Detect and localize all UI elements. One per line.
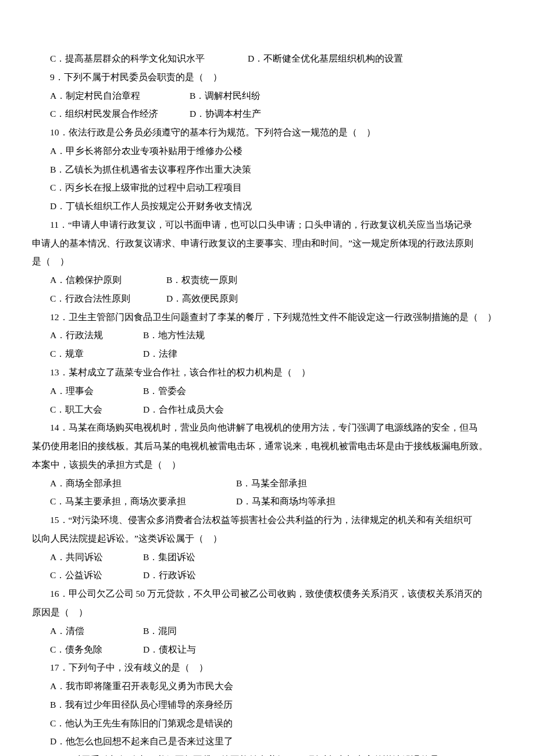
q15-option-c: C．公益诉讼 xyxy=(50,566,143,585)
q10-option-b: B．乙镇长为抓住机遇省去议事程序作出重大决策 xyxy=(32,160,503,179)
q8-option-c: C．提高基层群众的科学文化知识水平 xyxy=(50,49,248,68)
q16-stem-l1: 16．甲公司欠乙公司 50 万元贷款，不久甲公司被乙公司收购，致使债权债务关系消… xyxy=(32,585,503,603)
q15-row-ab: A．共同诉讼 B．集团诉讼 xyxy=(32,548,503,567)
q11-stem-l1: 11．“申请人申请行政复议，可以书面申请，也可以口头申请；口头申请的，行政复议机… xyxy=(32,216,503,234)
q16-option-a: A．清偿 xyxy=(50,622,143,640)
q15-stem-l1: 15．“对污染环境、侵害众多消费者合法权益等损害社会公共利益的行为，法律规定的机… xyxy=(32,511,503,529)
q17-stem: 17．下列句子中，没有歧义的是（ ） xyxy=(32,658,503,677)
q16-stem-l2: 原因是（ ） xyxy=(32,603,503,622)
q11-row-ab: A．信赖保护原则 B．权责统一原则 xyxy=(32,271,503,289)
q17-option-a: A．我市即将隆重召开表彰见义勇为市民大会 xyxy=(32,677,503,696)
q9-option-d: D．协调本村生产 xyxy=(190,105,261,123)
q15-row-cd: C．公益诉讼 D．行政诉讼 xyxy=(32,566,503,585)
q13-row-ab: A．理事会 B．管委会 xyxy=(32,382,503,400)
q14-option-b: B．马某全部承担 xyxy=(236,474,307,493)
q12-option-c: C．规章 xyxy=(50,345,143,363)
q8-option-d: D．不断健全优化基层组织机构的设置 xyxy=(248,49,403,68)
q13-option-b: B．管委会 xyxy=(143,382,186,400)
q10-stem: 10．依法行政是公务员必须遵守的基本行为规范。下列符合这一规范的是（ ） xyxy=(32,123,503,142)
q18-stem: 18．“对于受贿与行贿者，必须严惩不贷，绝不能姑息养奸。”下列对句中加点字的说法… xyxy=(32,751,503,756)
q13-option-d: D．合作社成员大会 xyxy=(143,400,224,419)
q13-option-a: A．理事会 xyxy=(50,382,143,400)
q17-option-b: B．我有过少年田径队员心理辅导的亲身经历 xyxy=(32,696,503,714)
q16-row-ab: A．清偿 B．混同 xyxy=(32,622,503,640)
q17-option-c: C．他认为王先生有陈旧的门第观念是错误的 xyxy=(32,714,503,733)
q11-stem-l3: 是（ ） xyxy=(32,252,503,271)
q17-option-d: D．他怎么也回想不起来自己是否来过这里了 xyxy=(32,732,503,751)
q14-option-a: A．商场全部承担 xyxy=(50,474,236,493)
q15-option-d: D．行政诉讼 xyxy=(143,566,196,585)
q14-stem-l2: 某仍使用老旧的接线板。其后马某的电视机被雷电击坏，通常说来，电视机被雷电击坏是由… xyxy=(32,437,503,456)
q14-option-d: D．马某和商场均等承担 xyxy=(236,492,336,511)
q13-row-cd: C．职工大会 D．合作社成员大会 xyxy=(32,400,503,419)
q14-row-ab: A．商场全部承担 B．马某全部承担 xyxy=(32,474,503,493)
q11-option-c: C．行政合法性原则 xyxy=(50,289,166,308)
q12-option-d: D．法律 xyxy=(143,345,177,363)
q16-row-cd: C．债务免除 D．债权让与 xyxy=(32,640,503,659)
q15-option-a: A．共同诉讼 xyxy=(50,548,143,567)
q12-row-ab: A．行政法规 B．地方性法规 xyxy=(32,326,503,345)
q13-option-c: C．职工大会 xyxy=(50,400,143,419)
q9-option-a: A．制定村民自治章程 xyxy=(50,87,190,105)
q9-row-cd: C．组织村民发展合作经济 D．协调本村生产 xyxy=(32,105,503,123)
q11-option-b: B．权责统一原则 xyxy=(166,271,237,289)
q11-option-d: D．高效便民原则 xyxy=(166,289,238,308)
q10-option-a: A．甲乡长将部分农业专项补贴用于维修办公楼 xyxy=(32,142,503,160)
q10-option-d: D．丁镇长组织工作人员按规定公开财务收支情况 xyxy=(32,197,503,216)
q14-stem-l1: 14．马某在商场购买电视机时，营业员向他讲解了电视机的使用方法，专门强调了电源线… xyxy=(32,418,503,437)
q14-stem-l3: 本案中，该损失的承担方式是（ ） xyxy=(32,456,503,474)
q13-stem: 13．某村成立了蔬菜专业合作社，该合作社的权力机构是（ ） xyxy=(32,363,503,382)
q15-stem-l2: 以向人民法院提起诉讼。”这类诉讼属于（ ） xyxy=(32,529,503,548)
q12-row-cd: C．规章 D．法律 xyxy=(32,345,503,363)
q9-option-c: C．组织村民发展合作经济 xyxy=(50,105,190,123)
q11-option-a: A．信赖保护原则 xyxy=(50,271,166,289)
q12-stem: 12．卫生主管部门因食品卫生问题查封了李某的餐厅，下列规范性文件不能设定这一行政… xyxy=(32,308,503,327)
q8-options-cd: C．提高基层群众的科学文化知识水平 D．不断健全优化基层组织机构的设置 xyxy=(32,49,503,68)
q9-row-ab: A．制定村民自治章程 B．调解村民纠纷 xyxy=(32,87,503,105)
q9-option-b: B．调解村民纠纷 xyxy=(190,87,261,105)
q14-row-cd: C．马某主要承担，商场次要承担 D．马某和商场均等承担 xyxy=(32,492,503,511)
q16-option-c: C．债务免除 xyxy=(50,640,143,659)
q16-option-b: B．混同 xyxy=(143,622,177,640)
q16-option-d: D．债权让与 xyxy=(143,640,196,659)
q9-stem: 9．下列不属于村民委员会职责的是（ ） xyxy=(32,68,503,87)
q10-option-c: C．丙乡长在报上级审批的过程中启动工程项目 xyxy=(32,178,503,197)
q11-row-cd: C．行政合法性原则 D．高效便民原则 xyxy=(32,289,503,308)
q14-option-c: C．马某主要承担，商场次要承担 xyxy=(50,492,236,511)
q12-option-b: B．地方性法规 xyxy=(143,326,205,345)
q11-stem-l2: 申请人的基本情况、行政复议请求、申请行政复议的主要事实、理由和时间。”这一规定所… xyxy=(32,234,503,253)
q15-option-b: B．集团诉讼 xyxy=(143,548,195,567)
q12-option-a: A．行政法规 xyxy=(50,326,143,345)
